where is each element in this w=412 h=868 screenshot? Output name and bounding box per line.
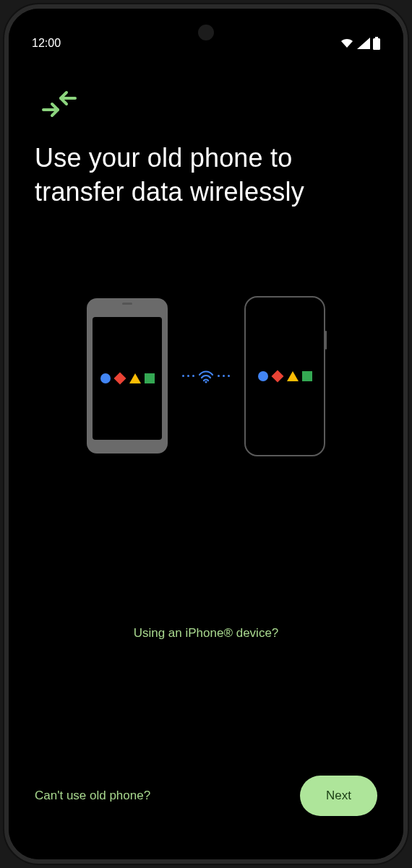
svg-rect-1 bbox=[373, 38, 380, 50]
skip-link[interactable]: Can't use old phone? bbox=[35, 789, 150, 803]
next-button[interactable]: Next bbox=[300, 776, 377, 816]
shapes-new-icon bbox=[258, 371, 312, 381]
screen: 12:00 Use your old phone to transf bbox=[9, 9, 403, 859]
wifi-icon bbox=[340, 38, 354, 49]
transfer-arrows-icon bbox=[35, 90, 377, 121]
transfer-illustration bbox=[35, 296, 377, 456]
wifi-transfer-icon bbox=[182, 369, 230, 383]
svg-point-2 bbox=[205, 381, 207, 383]
status-icons bbox=[340, 37, 380, 50]
front-camera-icon bbox=[198, 25, 214, 40]
signal-icon bbox=[357, 38, 370, 49]
new-phone-icon bbox=[244, 296, 325, 456]
content-area: Use your old phone to transfer data wire… bbox=[9, 61, 403, 641]
old-phone-icon bbox=[87, 298, 168, 453]
status-time: 12:00 bbox=[32, 37, 61, 50]
battery-icon bbox=[373, 37, 380, 50]
page-title: Use your old phone to transfer data wire… bbox=[35, 142, 377, 209]
svg-rect-0 bbox=[375, 37, 378, 38]
footer-bar: Can't use old phone? Next bbox=[35, 776, 377, 816]
shapes-old-icon bbox=[100, 373, 155, 383]
device-frame: 12:00 Use your old phone to transf bbox=[4, 4, 408, 864]
iphone-link[interactable]: Using an iPhone® device? bbox=[35, 626, 377, 641]
